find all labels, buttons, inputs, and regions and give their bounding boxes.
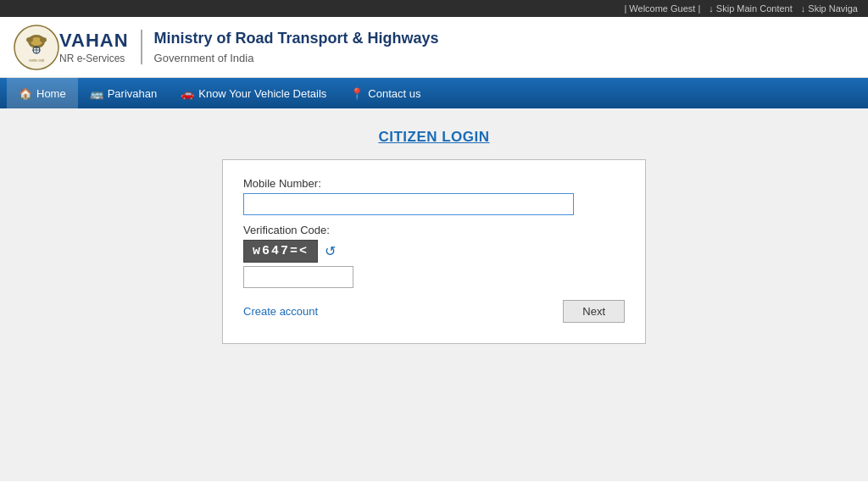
svg-text:सत्यमेव जयते: सत्यमेव जयते — [28, 58, 45, 63]
contact-icon: 📍 — [350, 87, 364, 100]
brand-sub: NR e-Services — [59, 53, 129, 64]
parivahan-icon: 🚌 — [90, 87, 103, 100]
mobile-number-group: Mobile Number: — [243, 177, 625, 215]
vehicle-icon: 🚗 — [181, 87, 194, 100]
refresh-captcha-icon[interactable]: ↺ — [325, 243, 336, 259]
page-title: CITIZEN LOGIN — [378, 129, 489, 146]
emblem-icon: सत्यमेव जयते — [14, 25, 59, 70]
captcha-row: w647=< ↺ — [243, 240, 625, 263]
nav-contact[interactable]: 📍 Contact us — [338, 78, 432, 108]
nav-vehicle-label: Know Your Vehicle Details — [198, 87, 326, 100]
create-account-link[interactable]: Create account — [243, 305, 318, 318]
nav-home-label: Home — [36, 87, 66, 100]
header: सत्यमेव जयते VAHAN NR e-Services Ministr… — [0, 17, 868, 78]
welcome-text: | Welcome Guest | — [624, 3, 700, 14]
verification-label: Verification Code: — [243, 224, 625, 236]
form-footer: Create account Next — [243, 300, 625, 323]
captcha-image: w647=< — [243, 240, 318, 263]
mobile-input[interactable] — [243, 193, 574, 215]
captcha-input[interactable] — [243, 266, 353, 288]
nav-parivahan[interactable]: 🚌 Parivahan — [78, 78, 170, 108]
navbar: 🏠 Home 🚌 Parivahan 🚗 Know Your Vehicle D… — [0, 78, 868, 108]
login-box: Mobile Number: Verification Code: w647=<… — [222, 159, 646, 344]
skip-nav-link[interactable]: ↓ Skip Naviga — [801, 3, 858, 14]
nav-vehicle-details[interactable]: 🚗 Know Your Vehicle Details — [169, 78, 338, 108]
home-icon: 🏠 — [19, 87, 32, 100]
nav-parivahan-label: Parivahan — [108, 87, 158, 100]
brand-name: VAHAN — [59, 30, 129, 52]
main-content: CITIZEN LOGIN Mobile Number: Verificatio… — [0, 108, 868, 481]
skip-main-label: ↓ Skip Main Content — [709, 3, 792, 14]
top-bar: | Welcome Guest | ↓ Skip Main Content ↓ … — [0, 0, 868, 17]
verification-code-group: Verification Code: w647=< ↺ — [243, 224, 625, 288]
header-ministry: Ministry of Road Transport & Highways Go… — [154, 27, 439, 67]
header-brand: VAHAN NR e-Services — [59, 30, 142, 64]
ministry-name: Ministry of Road Transport & Highways — [154, 27, 439, 50]
gov-name: Government of India — [154, 50, 439, 67]
next-button[interactable]: Next — [563, 300, 625, 323]
svg-point-4 — [40, 37, 47, 42]
skip-main-content-link[interactable]: ↓ Skip Main Content — [709, 3, 792, 14]
svg-point-3 — [26, 37, 33, 42]
mobile-label: Mobile Number: — [243, 177, 625, 190]
skip-nav-label: ↓ Skip Naviga — [801, 3, 858, 14]
nav-home[interactable]: 🏠 Home — [7, 78, 78, 108]
nav-contact-label: Contact us — [368, 87, 420, 100]
